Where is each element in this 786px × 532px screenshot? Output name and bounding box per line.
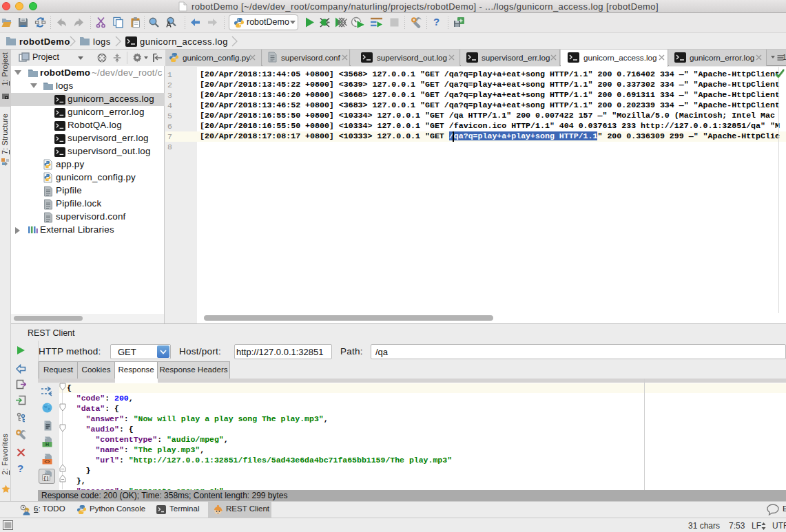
svg-text:H: H [45, 442, 49, 447]
svg-text:{): {) [43, 476, 49, 481]
svg-text:<>: <> [45, 460, 50, 465]
